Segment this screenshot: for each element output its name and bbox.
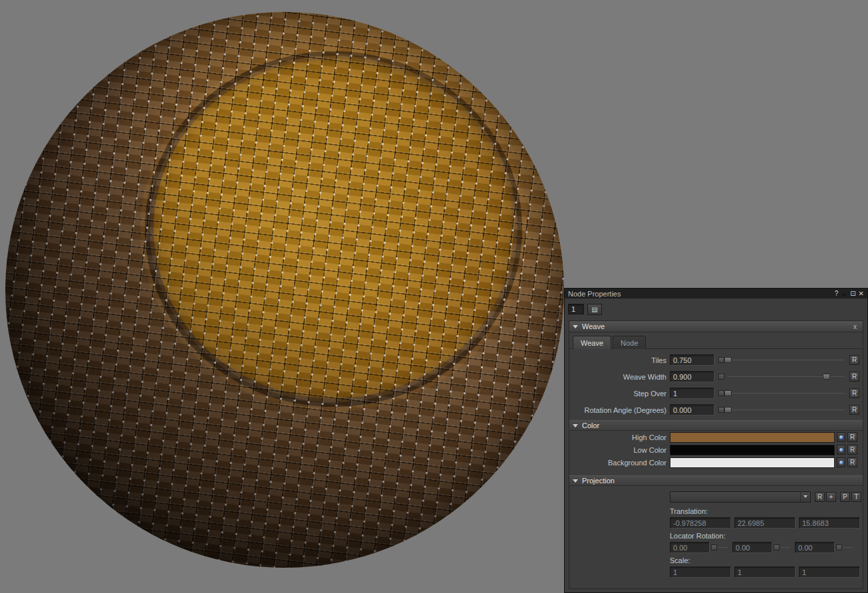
panel-titlebar[interactable]: Node Properties ? ▲ ⊡ ✕ bbox=[565, 289, 867, 298]
scale-z-input[interactable]: 1 bbox=[799, 566, 860, 578]
rotation-y-group: 0.00 bbox=[732, 542, 792, 553]
scale-x-input[interactable]: 1 bbox=[670, 566, 731, 578]
window-icon[interactable]: ⊡ bbox=[850, 290, 855, 297]
collapse-triangle-icon[interactable] bbox=[573, 479, 578, 483]
slider-track[interactable] bbox=[728, 393, 845, 394]
close-icon[interactable]: ✕ bbox=[859, 290, 864, 297]
collapse-triangle-icon[interactable] bbox=[573, 424, 578, 427]
reset-button[interactable]: R bbox=[847, 457, 857, 467]
dropdown-arrow-box[interactable] bbox=[800, 492, 810, 502]
projection-buttons: R + P T bbox=[813, 492, 861, 502]
step-over-input[interactable]: 1 bbox=[670, 388, 714, 399]
mini-slider[interactable] bbox=[843, 547, 853, 548]
color-picker-button[interactable] bbox=[837, 457, 845, 467]
rotation-y-input[interactable]: 0.00 bbox=[732, 542, 772, 553]
preset-count-input[interactable]: 1 bbox=[568, 304, 584, 314]
envelope-toggle[interactable] bbox=[711, 544, 717, 550]
rotation-angle-row: Rotation Angle (Degrees) 0.000 R bbox=[569, 402, 863, 418]
projection-dropdown-row: R + P T bbox=[670, 489, 863, 504]
color-picker-button[interactable] bbox=[837, 432, 845, 442]
high-color-swatch[interactable] bbox=[670, 432, 835, 443]
mini-slider[interactable] bbox=[781, 547, 790, 548]
step-over-slider[interactable] bbox=[728, 388, 845, 399]
step-over-label: Step Over bbox=[569, 390, 670, 398]
high-color-row: High Color R bbox=[569, 431, 863, 443]
locator-rotation-label: Locator Rotation: bbox=[670, 531, 863, 541]
mini-slider[interactable] bbox=[718, 547, 728, 548]
envelope-toggle[interactable] bbox=[718, 374, 724, 380]
color-section-title: Color bbox=[582, 421, 599, 429]
background-color-swatch[interactable] bbox=[670, 457, 835, 468]
envelope-toggle[interactable] bbox=[718, 390, 724, 396]
translation-x-input[interactable]: -0.978258 bbox=[670, 517, 731, 529]
position-button[interactable]: P bbox=[840, 492, 850, 502]
reset-button[interactable]: R bbox=[849, 405, 859, 415]
translation-z-input[interactable]: 15.8683 bbox=[799, 517, 860, 529]
weave-group-header[interactable]: Weave x bbox=[569, 321, 863, 332]
scale-y-input[interactable]: 1 bbox=[734, 566, 796, 578]
slider-handle[interactable] bbox=[724, 357, 732, 363]
add-button[interactable]: + bbox=[826, 492, 836, 502]
translation-label: Translation: bbox=[670, 506, 863, 517]
woven-cylinder-object[interactable] bbox=[5, 12, 564, 568]
tab-bar: Weave Node bbox=[569, 332, 863, 349]
slider-track[interactable] bbox=[728, 410, 845, 410]
projection-section-header[interactable]: Projection bbox=[569, 475, 863, 486]
weave-width-input[interactable]: 0.900 bbox=[670, 371, 714, 382]
color-picker-icon bbox=[839, 461, 843, 465]
envelope-toggle[interactable] bbox=[774, 544, 780, 550]
envelope-toggle[interactable] bbox=[718, 357, 724, 363]
color-picker-icon bbox=[839, 435, 843, 439]
low-color-swatch[interactable] bbox=[670, 445, 835, 455]
form-edit-button[interactable]: ▤ bbox=[587, 304, 602, 315]
step-over-row: Step Over 1 R bbox=[569, 385, 863, 402]
background-color-row: Background Color R bbox=[569, 456, 863, 469]
color-section-header[interactable]: Color bbox=[569, 420, 863, 431]
slider-handle[interactable] bbox=[724, 407, 732, 413]
rotation-z-input[interactable]: 0.00 bbox=[795, 542, 835, 553]
tiles-slider[interactable] bbox=[728, 354, 845, 366]
projection-dropdown[interactable] bbox=[670, 491, 811, 503]
rotation-z-group: 0.00 bbox=[795, 542, 855, 553]
rotation-angle-input[interactable]: 0.000 bbox=[670, 404, 714, 415]
texture-button[interactable]: T bbox=[851, 492, 861, 502]
slider-handle[interactable] bbox=[823, 374, 830, 380]
panel-title: Node Properties bbox=[568, 290, 621, 298]
pin-icon[interactable]: ▲ bbox=[841, 290, 847, 297]
low-color-label: Low Color bbox=[569, 446, 670, 454]
reset-button[interactable]: R bbox=[847, 445, 857, 455]
tiles-row: Tiles 0.750 R bbox=[569, 352, 863, 368]
collapse-triangle-icon[interactable] bbox=[573, 325, 578, 328]
color-picker-button[interactable] bbox=[837, 445, 845, 455]
reset-button[interactable]: R bbox=[849, 388, 859, 398]
scale-label: Scale: bbox=[670, 555, 863, 566]
slider-track[interactable] bbox=[728, 360, 845, 360]
tiles-input[interactable]: 0.750 bbox=[670, 354, 714, 366]
tiles-label: Tiles bbox=[569, 356, 670, 364]
rotation-x-group: 0.00 bbox=[670, 542, 730, 553]
low-color-row: Low Color R bbox=[569, 443, 863, 456]
reset-button[interactable]: R bbox=[849, 355, 859, 365]
reset-button[interactable]: R bbox=[849, 372, 859, 382]
background-color-label: Background Color bbox=[569, 459, 670, 467]
reset-button[interactable]: R bbox=[847, 432, 857, 442]
scale-fields: 1 1 1 bbox=[670, 566, 863, 578]
weave-width-row: Weave Width 0.900 R bbox=[569, 368, 863, 385]
rotation-angle-slider[interactable] bbox=[728, 404, 845, 415]
preset-row: 1 ▤ bbox=[565, 298, 867, 316]
projection-content: R + P T Translation: -0.978258 22.6985 1… bbox=[569, 486, 863, 578]
weave-width-slider[interactable] bbox=[728, 371, 845, 382]
rotation-x-input[interactable]: 0.00 bbox=[670, 542, 710, 553]
tab-weave[interactable]: Weave bbox=[573, 336, 611, 349]
slider-handle[interactable] bbox=[724, 390, 732, 396]
group-close-icon[interactable]: x bbox=[851, 322, 859, 331]
weave-width-label: Weave Width bbox=[569, 373, 670, 381]
tab-node[interactable]: Node bbox=[613, 336, 646, 349]
weave-group: Weave x Weave Node Tiles 0.750 R Weave W… bbox=[569, 320, 863, 589]
envelope-toggle[interactable] bbox=[718, 407, 724, 413]
rotation-angle-label: Rotation Angle (Degrees) bbox=[569, 406, 670, 414]
envelope-toggle[interactable] bbox=[836, 544, 842, 550]
help-icon[interactable]: ? bbox=[835, 290, 839, 297]
translation-y-input[interactable]: 22.6985 bbox=[734, 517, 796, 529]
reset-button[interactable]: R bbox=[815, 492, 825, 502]
